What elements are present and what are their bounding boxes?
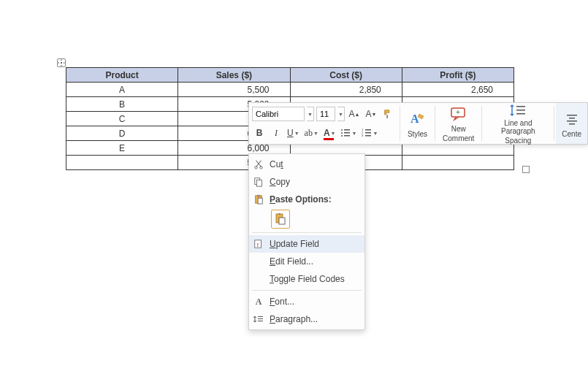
numbering-button[interactable]: 123▼ [360, 126, 379, 140]
grow-font-button[interactable]: A▲ [347, 107, 362, 121]
col-product[interactable]: Product [66, 68, 178, 83]
menu-edit-field[interactable]: Edit Field... [249, 253, 364, 270]
cell-cost[interactable]: 2,850 [290, 83, 402, 97]
cell-product[interactable]: C [66, 112, 178, 126]
svg-text:+: + [456, 108, 460, 116]
menu-separator [252, 232, 362, 233]
cell-sales[interactable]: 5,500 [178, 83, 290, 97]
font-name-dropdown[interactable]: ▼ [307, 107, 314, 121]
col-cost[interactable]: Cost ($) [290, 68, 402, 83]
cell-profit[interactable]: 2,650 [402, 83, 513, 97]
font-size-dropdown[interactable]: ▼ [337, 107, 345, 121]
highlight-button[interactable]: ab▼ [303, 126, 320, 140]
svg-rect-36 [258, 321, 263, 321]
bullets-button[interactable]: ▼ [339, 126, 358, 140]
center-button[interactable]: Cente [556, 103, 587, 144]
svg-rect-11 [365, 135, 371, 137]
cell-product[interactable]: A [66, 83, 178, 97]
font-size-input[interactable] [316, 107, 335, 121]
menu-paste-options-header: Paste Options: [249, 191, 364, 208]
svg-point-0 [341, 129, 343, 131]
update-field-icon: ! [252, 239, 265, 249]
menu-update-field-label: Update Field [270, 239, 319, 249]
new-comment-label-2: Comment [443, 134, 474, 142]
menu-font-label: Font... [270, 297, 294, 307]
svg-rect-28 [258, 198, 262, 204]
svg-rect-7 [365, 129, 371, 131]
svg-rect-5 [344, 135, 350, 137]
shrink-font-button[interactable]: A▼ [364, 107, 378, 121]
col-profit[interactable]: Profit ($) [402, 68, 513, 83]
paste-options-row [249, 208, 364, 230]
center-label: Cente [562, 130, 581, 138]
svg-rect-30 [278, 213, 280, 215]
svg-rect-34 [258, 316, 263, 317]
font-name-input[interactable] [252, 107, 305, 121]
paste-keep-source-button[interactable] [271, 210, 290, 229]
svg-text:A: A [411, 112, 419, 125]
cell-product[interactable]: B [66, 97, 178, 112]
svg-rect-15 [516, 106, 525, 107]
underline-button[interactable]: U▼ [286, 126, 301, 140]
cell-sum-profit[interactable] [402, 156, 513, 170]
svg-rect-3 [344, 132, 350, 134]
svg-rect-20 [567, 121, 577, 122]
menu-paragraph-label: Paragraph... [270, 314, 318, 324]
mini-toolbar: ▼ ▼ A▲ A▼ B I U▼ ab▼ A▼ ▼ 123▼ A S [248, 102, 588, 145]
svg-text:3: 3 [362, 134, 364, 137]
menu-paragraph[interactable]: Paragraph... [249, 310, 364, 328]
svg-rect-27 [257, 195, 260, 197]
menu-toggle-field-codes-label: Toggle Field Codes [270, 274, 345, 284]
line-spacing-button[interactable]: Line and Paragraph Spacing [484, 103, 552, 144]
line-spacing-label-1: Line and Paragraph [489, 119, 546, 135]
paragraph-icon [252, 314, 265, 324]
menu-cut[interactable]: Cut [249, 156, 364, 173]
table-move-handle[interactable] [57, 58, 66, 67]
menu-copy[interactable]: Copy [249, 173, 364, 191]
italic-button[interactable]: I [269, 126, 283, 140]
svg-rect-21 [569, 123, 575, 125]
styles-button[interactable]: A Styles [402, 103, 433, 144]
menu-paste-options-label: Paste Options: [270, 194, 332, 205]
menu-cut-label: Cut [270, 159, 283, 169]
menu-update-field[interactable]: ! Update Field [249, 235, 364, 253]
menu-copy-label: Copy [270, 177, 290, 187]
menu-separator [252, 290, 362, 291]
col-sales[interactable]: Sales ($) [178, 68, 290, 83]
font-color-button[interactable]: A▼ [322, 126, 337, 140]
copy-icon [252, 177, 265, 187]
svg-rect-17 [516, 113, 525, 115]
paste-icon [252, 194, 265, 205]
line-spacing-label-2: Spacing [505, 137, 531, 145]
table-row[interactable]: A 5,500 2,850 2,650 [66, 83, 514, 97]
font-icon: A [252, 297, 265, 307]
table-header-row: Product Sales ($) Cost ($) Profit ($) [66, 68, 514, 83]
svg-point-2 [341, 132, 343, 134]
svg-rect-19 [569, 118, 575, 119]
format-painter-button[interactable] [381, 107, 395, 121]
paragraph-end-marker [522, 166, 530, 173]
menu-edit-field-label: Edit Field... [270, 256, 313, 267]
svg-rect-16 [516, 110, 525, 111]
svg-rect-18 [567, 115, 577, 116]
new-comment-label-1: New [451, 125, 466, 133]
svg-rect-9 [365, 132, 371, 134]
new-comment-button[interactable]: + New Comment [437, 103, 480, 144]
cell-product[interactable]: D [66, 126, 178, 141]
cell-sum-label[interactable] [66, 156, 178, 170]
svg-rect-31 [279, 218, 285, 224]
cell-product[interactable]: E [66, 141, 178, 156]
context-menu: Cut Copy Paste Options: ! Update Field E… [248, 153, 365, 330]
menu-font[interactable]: A Font... [249, 293, 364, 310]
svg-rect-25 [256, 180, 261, 186]
bold-button[interactable]: B [252, 126, 267, 140]
styles-label: Styles [408, 130, 427, 138]
svg-text:!: ! [256, 242, 259, 248]
cut-icon [252, 159, 265, 169]
svg-rect-35 [258, 318, 263, 319]
svg-rect-1 [344, 129, 350, 131]
svg-point-4 [341, 135, 343, 137]
menu-toggle-field-codes[interactable]: Toggle Field Codes [249, 270, 364, 288]
